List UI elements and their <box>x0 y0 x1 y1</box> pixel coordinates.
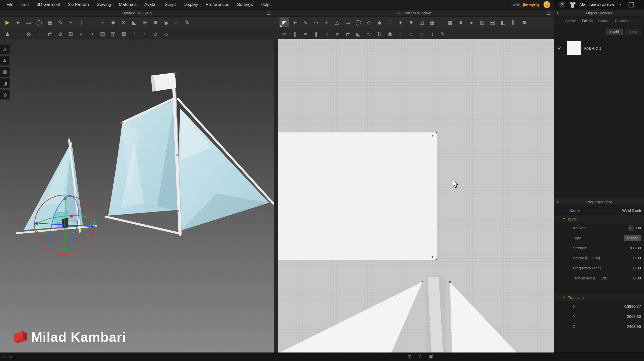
help-icon[interactable]: ? <box>558 1 565 8</box>
bounding-volume-icon[interactable]: ▧ <box>0 67 10 77</box>
float-window-icon[interactable]: ◱ <box>267 10 271 15</box>
credits-coin-icon[interactable]: C <box>544 1 550 8</box>
simulate-icon[interactable]: ▶ <box>3 17 12 27</box>
edit-curve-point-icon[interactable]: ⊙ <box>311 17 321 27</box>
seam-allowance-icon[interactable]: ▦ <box>427 17 437 27</box>
collapse-panel-icon[interactable]: ▶ <box>557 11 559 15</box>
tuck-icon[interactable]: ◣ <box>353 29 363 39</box>
menu-item-settings[interactable]: Settings <box>233 2 257 7</box>
add-icon[interactable]: + <box>140 29 150 39</box>
fold-arrangement-icon[interactable]: ◣ <box>129 17 139 27</box>
tape-measure-icon[interactable]: ⇄ <box>45 29 55 39</box>
pattern-piece-rectangle[interactable] <box>278 132 437 260</box>
fabric-swatch[interactable] <box>567 41 581 55</box>
free-sewing-2d-icon[interactable]: ≈ <box>301 29 310 39</box>
pattern-point[interactable] <box>432 135 433 136</box>
menu-item-avatar[interactable]: Avatar <box>140 2 161 7</box>
polygon-tool-icon[interactable]: △ <box>332 17 342 27</box>
window-control-icon[interactable] <box>629 2 634 7</box>
menu-item-script[interactable]: Script <box>161 2 180 7</box>
text-tool-icon[interactable]: T <box>385 17 395 27</box>
gizmo-center[interactable] <box>70 215 73 218</box>
show-pattern-fill-icon[interactable]: ■ <box>456 17 466 27</box>
checkmark-icon[interactable]: ✓ <box>557 45 564 51</box>
detach-sewing-icon[interactable]: ≠ <box>98 17 107 27</box>
zipper-2d-icon[interactable]: ⇅ <box>375 29 384 39</box>
dart-tool-icon[interactable]: ◇ <box>364 17 374 27</box>
float-window-icon[interactable]: ◱ <box>547 10 551 15</box>
menu-item-file[interactable]: File <box>3 2 17 7</box>
pen-3d-icon[interactable]: ✎ <box>55 17 65 27</box>
property-value-y[interactable]: 2067.83 <box>627 314 641 319</box>
avatar-pose-icon[interactable]: ♟ <box>0 56 10 66</box>
pattern-2d-canvas[interactable] <box>278 39 554 353</box>
grainline-icon[interactable]: ↕ <box>427 29 437 39</box>
menu-item-3d-garment[interactable]: 3D Garment <box>33 2 64 7</box>
show-baseline-icon[interactable]: ▤ <box>488 17 497 27</box>
chevron-down-icon[interactable]: ▼ <box>619 3 622 6</box>
menu-item-display[interactable]: Display <box>180 2 202 7</box>
column-view-icon[interactable]: ||| <box>509 17 519 27</box>
rectangle-tool-icon[interactable]: ▭ <box>343 17 353 27</box>
tab-scene[interactable]: Scene <box>563 19 579 23</box>
wave-view-icon[interactable]: ≋ <box>519 17 529 27</box>
property-value-decay-0-100[interactable]: 0.00 <box>633 256 641 260</box>
add-point-icon[interactable]: + <box>322 17 332 27</box>
circle-tool-icon[interactable]: ◯ <box>353 17 363 27</box>
username-link[interactable]: jimmyrig <box>523 3 539 7</box>
clone-layer-icon[interactable]: ◫ <box>417 17 427 27</box>
arrangement-bbox-icon[interactable]: ◨ <box>0 78 10 88</box>
arrangement-icon[interactable]: ⊞ <box>140 17 150 27</box>
add-button[interactable]: + Add <box>606 29 623 35</box>
pattern-piece-sail-left[interactable] <box>280 282 422 352</box>
select-lasso-icon[interactable]: ◯ <box>34 17 44 27</box>
property-chip-type[interactable]: Planar <box>624 235 641 241</box>
show-points-icon[interactable]: ● <box>467 17 476 27</box>
select-move-icon[interactable]: ➤ <box>13 17 23 27</box>
section-header-translate[interactable]: ▼Translate <box>554 293 644 301</box>
show-grid-icon[interactable]: ▩ <box>445 17 455 27</box>
property-value-turbulence-0-100[interactable]: 0.00 <box>633 276 641 280</box>
avatar-show-icon[interactable]: ♟ <box>3 29 12 39</box>
pattern-point[interactable] <box>432 256 433 258</box>
property-value-x[interactable]: -13980.77 <box>623 304 641 309</box>
piping-icon[interactable]: ⊂ <box>406 29 416 39</box>
tab-button[interactable]: Button <box>596 19 612 23</box>
pattern-point[interactable] <box>436 259 437 260</box>
select-mesh-icon[interactable]: ▦ <box>45 17 55 27</box>
free-sewing-icon[interactable]: ≈ <box>87 17 97 27</box>
menu-item-preferences[interactable]: Preferences <box>202 2 233 7</box>
colorway-icon[interactable]: ▥ <box>108 29 118 39</box>
pattern-piece-sail-right[interactable] <box>450 282 517 352</box>
menu-item-materials[interactable]: Materials <box>115 2 140 7</box>
layout-3d-view-icon[interactable]: ▯ <box>417 354 423 360</box>
property-value-frequency-sec[interactable]: 0.00 <box>633 266 641 270</box>
diamond-icon[interactable]: ◇ <box>161 29 171 39</box>
avatar-tape-icon[interactable]: ↔ <box>34 29 44 39</box>
mn-segment-sewing-icon[interactable]: ∦ <box>311 29 321 39</box>
garment-icon[interactable] <box>569 2 576 8</box>
xray-joints-icon[interactable]: ◍ <box>24 29 33 39</box>
property-value-strength[interactable]: 100.00 <box>629 246 641 250</box>
list-icon[interactable]: ⋮ <box>129 29 139 39</box>
menu-item-sewing[interactable]: Sewing <box>93 2 115 7</box>
pleat-icon[interactable]: ∿ <box>364 29 374 39</box>
transform-pattern-icon[interactable]: ◤ <box>279 17 289 27</box>
tab-buttonhole[interactable]: Buttonhole <box>613 19 636 23</box>
section-header-wind[interactable]: ▼Wind <box>554 215 644 223</box>
show-seamline-icon[interactable]: ▨ <box>477 17 487 27</box>
arrangement-points-icon[interactable]: ∷ <box>13 29 23 39</box>
menu-item-help[interactable]: Help <box>257 2 273 7</box>
tack-icon[interactable]: ◆ <box>108 17 118 27</box>
layer-view-icon[interactable]: ◧ <box>498 17 508 27</box>
button-tool-icon[interactable]: ◉ <box>161 17 171 27</box>
grading-icon[interactable]: ⊞ <box>396 17 405 27</box>
property-value-z[interactable]: 2463.95 <box>627 324 641 329</box>
gizmo-world-icon[interactable]: ⊞ <box>66 29 76 39</box>
edit-curvature-icon[interactable]: ∿ <box>301 17 310 27</box>
gizmo-y-axis[interactable] <box>65 200 65 249</box>
pin-icon[interactable]: ⊙ <box>119 17 129 27</box>
name-value-field[interactable]: Wind Contr <box>622 208 641 213</box>
buttonhole-2d-icon[interactable]: ◌ <box>396 29 405 39</box>
collapse-panel-icon[interactable]: ▶ <box>557 200 559 204</box>
